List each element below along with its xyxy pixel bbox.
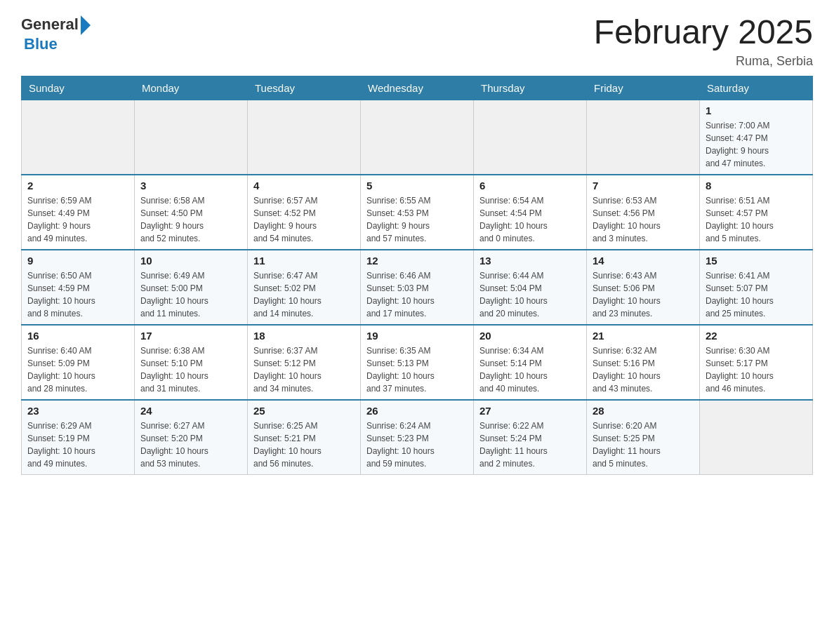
day-number: 4 [253,180,355,192]
day-number: 26 [366,405,468,417]
day-info: Sunrise: 6:44 AMSunset: 5:04 PMDaylight:… [479,269,581,320]
table-row: 23Sunrise: 6:29 AMSunset: 5:19 PMDayligh… [22,400,135,475]
location-label: Ruma, Serbia [594,54,813,69]
table-row [700,400,813,475]
day-info: Sunrise: 6:51 AMSunset: 4:57 PMDaylight:… [706,194,807,245]
day-number: 23 [27,405,128,417]
day-number: 6 [479,180,581,192]
day-number: 24 [140,405,241,417]
day-number: 28 [593,405,694,417]
day-info: Sunrise: 6:47 AMSunset: 5:02 PMDaylight:… [253,269,355,320]
table-row: 4Sunrise: 6:57 AMSunset: 4:52 PMDaylight… [248,175,361,250]
col-thursday: Thursday [474,76,587,100]
day-number: 12 [366,255,468,267]
day-info: Sunrise: 6:22 AMSunset: 5:24 PMDaylight:… [479,420,581,470]
day-info: Sunrise: 6:57 AMSunset: 4:52 PMDaylight:… [253,194,355,245]
table-row: 22Sunrise: 6:30 AMSunset: 5:17 PMDayligh… [700,325,813,400]
table-row: 10Sunrise: 6:49 AMSunset: 5:00 PMDayligh… [135,250,248,325]
day-info: Sunrise: 6:50 AMSunset: 4:59 PMDaylight:… [27,269,128,320]
day-number: 25 [253,405,355,417]
col-monday: Monday [135,76,248,100]
table-row [22,100,135,175]
table-row [361,100,474,175]
day-number: 20 [479,330,581,342]
day-info: Sunrise: 6:54 AMSunset: 4:54 PMDaylight:… [479,194,581,245]
day-number: 5 [366,180,468,192]
day-number: 15 [706,255,807,267]
table-row: 14Sunrise: 6:43 AMSunset: 5:06 PMDayligh… [587,250,700,325]
day-info: Sunrise: 6:30 AMSunset: 5:17 PMDaylight:… [706,344,807,395]
table-row: 24Sunrise: 6:27 AMSunset: 5:20 PMDayligh… [135,400,248,475]
day-number: 8 [706,180,807,192]
day-info: Sunrise: 6:43 AMSunset: 5:06 PMDaylight:… [593,269,694,320]
day-number: 7 [593,180,694,192]
day-number: 27 [479,405,581,417]
day-number: 14 [593,255,694,267]
table-row: 16Sunrise: 6:40 AMSunset: 5:09 PMDayligh… [22,325,135,400]
table-row: 12Sunrise: 6:46 AMSunset: 5:03 PMDayligh… [361,250,474,325]
day-number: 2 [27,180,128,192]
logo: General Blue [21,14,91,53]
day-info: Sunrise: 6:25 AMSunset: 5:21 PMDaylight:… [253,420,355,470]
day-number: 22 [706,330,807,342]
col-sunday: Sunday [22,76,135,100]
col-tuesday: Tuesday [248,76,361,100]
col-wednesday: Wednesday [361,76,474,100]
month-title: February 2025 [594,14,813,51]
day-info: Sunrise: 6:34 AMSunset: 5:14 PMDaylight:… [479,344,581,395]
day-info: Sunrise: 6:41 AMSunset: 5:07 PMDaylight:… [706,269,807,320]
table-row: 11Sunrise: 6:47 AMSunset: 5:02 PMDayligh… [248,250,361,325]
day-info: Sunrise: 6:24 AMSunset: 5:23 PMDaylight:… [366,420,468,470]
table-row: 27Sunrise: 6:22 AMSunset: 5:24 PMDayligh… [474,400,587,475]
day-number: 18 [253,330,355,342]
table-row: 25Sunrise: 6:25 AMSunset: 5:21 PMDayligh… [248,400,361,475]
table-row: 21Sunrise: 6:32 AMSunset: 5:16 PMDayligh… [587,325,700,400]
day-number: 13 [479,255,581,267]
day-info: Sunrise: 6:53 AMSunset: 4:56 PMDaylight:… [593,194,694,245]
day-info: Sunrise: 6:55 AMSunset: 4:53 PMDaylight:… [366,194,468,245]
day-number: 21 [593,330,694,342]
table-row: 26Sunrise: 6:24 AMSunset: 5:23 PMDayligh… [361,400,474,475]
table-row: 2Sunrise: 6:59 AMSunset: 4:49 PMDaylight… [22,175,135,250]
day-info: Sunrise: 6:20 AMSunset: 5:25 PMDaylight:… [593,420,694,470]
day-info: Sunrise: 6:37 AMSunset: 5:12 PMDaylight:… [253,344,355,395]
day-number: 3 [140,180,241,192]
calendar-table: Sunday Monday Tuesday Wednesday Thursday… [21,76,813,475]
col-saturday: Saturday [700,76,813,100]
title-section: February 2025 Ruma, Serbia [594,14,813,69]
table-row: 15Sunrise: 6:41 AMSunset: 5:07 PMDayligh… [700,250,813,325]
logo-blue-text: Blue [24,35,58,53]
day-info: Sunrise: 6:32 AMSunset: 5:16 PMDaylight:… [593,344,694,395]
table-row [474,100,587,175]
table-row: 7Sunrise: 6:53 AMSunset: 4:56 PMDaylight… [587,175,700,250]
page-header: General Blue February 2025 Ruma, Serbia [21,14,813,69]
logo-arrow-icon [81,15,91,35]
table-row: 17Sunrise: 6:38 AMSunset: 5:10 PMDayligh… [135,325,248,400]
table-row: 13Sunrise: 6:44 AMSunset: 5:04 PMDayligh… [474,250,587,325]
day-number: 10 [140,255,241,267]
table-row: 1Sunrise: 7:00 AMSunset: 4:47 PMDaylight… [700,100,813,175]
table-row: 8Sunrise: 6:51 AMSunset: 4:57 PMDaylight… [700,175,813,250]
day-number: 17 [140,330,241,342]
day-info: Sunrise: 6:27 AMSunset: 5:20 PMDaylight:… [140,420,241,470]
day-info: Sunrise: 6:29 AMSunset: 5:19 PMDaylight:… [27,420,128,470]
day-number: 9 [27,255,128,267]
table-row [135,100,248,175]
day-info: Sunrise: 6:35 AMSunset: 5:13 PMDaylight:… [366,344,468,395]
logo-general-text: General [21,15,79,34]
day-info: Sunrise: 7:00 AMSunset: 4:47 PMDaylight:… [706,119,807,170]
day-number: 1 [706,105,807,116]
day-number: 11 [253,255,355,267]
day-number: 16 [27,330,128,342]
table-row: 9Sunrise: 6:50 AMSunset: 4:59 PMDaylight… [22,250,135,325]
day-info: Sunrise: 6:46 AMSunset: 5:03 PMDaylight:… [366,269,468,320]
day-info: Sunrise: 6:59 AMSunset: 4:49 PMDaylight:… [27,194,128,245]
table-row: 6Sunrise: 6:54 AMSunset: 4:54 PMDaylight… [474,175,587,250]
day-info: Sunrise: 6:49 AMSunset: 5:00 PMDaylight:… [140,269,241,320]
calendar-header-row: Sunday Monday Tuesday Wednesday Thursday… [22,76,813,100]
table-row [248,100,361,175]
day-info: Sunrise: 6:38 AMSunset: 5:10 PMDaylight:… [140,344,241,395]
table-row: 5Sunrise: 6:55 AMSunset: 4:53 PMDaylight… [361,175,474,250]
col-friday: Friday [587,76,700,100]
table-row [587,100,700,175]
